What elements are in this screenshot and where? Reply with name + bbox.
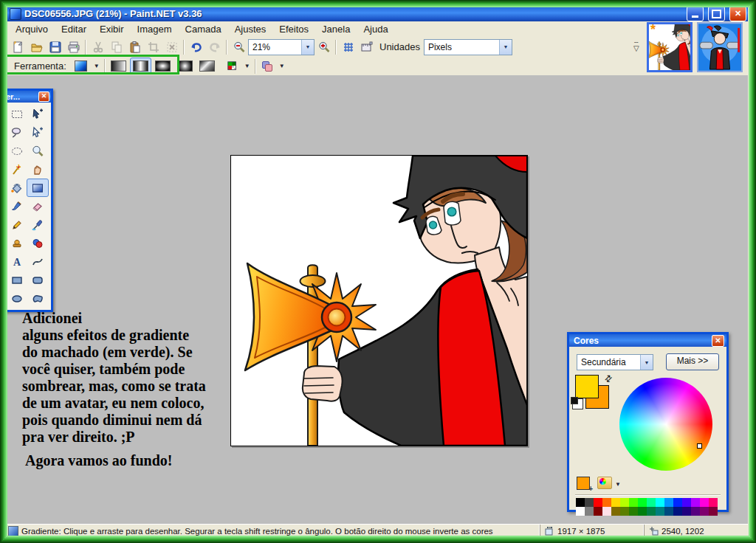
rectangle-select-tool[interactable] bbox=[6, 105, 28, 123]
paint-bucket-tool[interactable] bbox=[6, 179, 28, 197]
menu-efeitos[interactable]: Efeitos bbox=[272, 22, 315, 36]
close-icon[interactable]: ✕ bbox=[38, 91, 49, 102]
palette-swatch[interactable] bbox=[673, 498, 682, 507]
lasso-select-tool[interactable] bbox=[6, 123, 28, 142]
zoom-level-combo[interactable]: 21% ▼ bbox=[248, 39, 315, 55]
palette-swatch[interactable] bbox=[647, 498, 656, 507]
reset-colors-icon[interactable] bbox=[572, 398, 583, 409]
pan-tool[interactable] bbox=[27, 160, 49, 179]
rectangle-tool[interactable] bbox=[6, 271, 28, 289]
color-picker-tool[interactable] bbox=[27, 215, 49, 234]
ellipse-select-tool[interactable] bbox=[6, 142, 28, 160]
units-combo[interactable]: Pixels ▼ bbox=[424, 39, 512, 55]
palette-swatch[interactable] bbox=[638, 498, 647, 507]
ruler-toggle-button[interactable] bbox=[357, 39, 376, 55]
blend-mode-button[interactable] bbox=[258, 58, 277, 75]
zoom-tool[interactable] bbox=[27, 142, 49, 160]
minimize-button[interactable] bbox=[687, 6, 704, 21]
menu-janela[interactable]: Janela bbox=[315, 22, 357, 36]
close-button[interactable]: ✕ bbox=[729, 6, 746, 21]
swap-colors-icon[interactable]: ⇄ bbox=[602, 372, 615, 384]
pencil-tool[interactable] bbox=[6, 215, 28, 234]
more-button[interactable]: Mais >> bbox=[666, 353, 719, 370]
color-target-combo[interactable]: Secundária ▼ bbox=[577, 354, 653, 370]
menu-exibir[interactable]: Exibir bbox=[93, 22, 131, 36]
palette-swatch[interactable] bbox=[700, 498, 709, 507]
document-canvas[interactable] bbox=[230, 155, 528, 446]
zoom-out-button[interactable] bbox=[230, 39, 248, 55]
palette-swatch[interactable] bbox=[656, 507, 664, 516]
colors-window[interactable]: Cores ✕ Secundária ▼ Mais >> ⇄ + ▼ bbox=[567, 332, 729, 512]
primary-color-swatch[interactable] bbox=[575, 375, 599, 398]
palette-swatch[interactable] bbox=[673, 507, 682, 516]
move-pixels-tool[interactable] bbox=[27, 105, 49, 123]
zoom-in-button[interactable] bbox=[315, 39, 333, 55]
open-button[interactable] bbox=[27, 39, 46, 55]
eraser-tool[interactable] bbox=[27, 197, 49, 215]
palette-swatch[interactable] bbox=[700, 507, 709, 516]
chevron-down-icon[interactable]: ▼ bbox=[94, 63, 100, 69]
palette-swatch[interactable] bbox=[576, 498, 585, 507]
palette-swatch[interactable] bbox=[629, 507, 638, 516]
gradient-type-linear[interactable] bbox=[108, 58, 129, 75]
recolor-tool[interactable] bbox=[27, 234, 49, 252]
tools-window-titlebar[interactable]: er... ✕ bbox=[6, 91, 51, 103]
menu-editar[interactable]: Editar bbox=[55, 22, 93, 36]
image-tab-current[interactable]: * bbox=[647, 22, 693, 72]
copy-button[interactable] bbox=[107, 39, 126, 55]
menu-arquivo[interactable]: Arquivo bbox=[9, 22, 55, 36]
menu-imagem[interactable]: Imagem bbox=[131, 22, 179, 36]
redo-button[interactable] bbox=[205, 39, 224, 55]
colors-window-titlebar[interactable]: Cores ✕ bbox=[569, 334, 726, 347]
cut-button[interactable] bbox=[89, 39, 107, 55]
palette-swatch[interactable] bbox=[594, 507, 602, 516]
title-bar[interactable]: DSC06556.JPG (21%) - Paint.NET v3.36 ✕ bbox=[6, 6, 748, 21]
palette-swatch[interactable] bbox=[647, 507, 656, 516]
palette-swatch[interactable] bbox=[629, 498, 638, 507]
chevron-down-icon[interactable]: ▼ bbox=[301, 40, 314, 55]
palette-swatch[interactable] bbox=[585, 507, 594, 516]
close-icon[interactable]: ✕ bbox=[712, 335, 724, 347]
toolbar-overflow-icon[interactable]: ┄▽ bbox=[633, 40, 639, 52]
chevron-down-icon[interactable]: ▼ bbox=[279, 63, 285, 69]
gradient-tool[interactable] bbox=[27, 179, 49, 197]
palette-swatch[interactable] bbox=[656, 498, 664, 507]
gradient-type-linear-reflected[interactable] bbox=[130, 58, 151, 75]
magic-wand-tool[interactable] bbox=[6, 160, 28, 179]
grid-toggle-button[interactable] bbox=[339, 39, 357, 55]
active-tool-button[interactable] bbox=[70, 58, 92, 75]
palette-swatch[interactable] bbox=[664, 507, 673, 516]
palette-swatch[interactable] bbox=[682, 498, 691, 507]
print-button[interactable] bbox=[64, 39, 83, 55]
gradient-type-radial[interactable] bbox=[174, 58, 196, 75]
freeform-shape-tool[interactable] bbox=[27, 289, 49, 308]
palette-swatch[interactable] bbox=[594, 498, 602, 507]
palette-swatch[interactable] bbox=[620, 498, 629, 507]
palette-swatch[interactable] bbox=[620, 507, 629, 516]
palette-swatch[interactable] bbox=[709, 507, 718, 516]
image-tab-other[interactable] bbox=[697, 22, 743, 72]
add-color-button[interactable]: + bbox=[577, 477, 590, 490]
palette-swatch[interactable] bbox=[611, 498, 620, 507]
gradient-type-diamond[interactable] bbox=[152, 58, 173, 75]
menu-ajuda[interactable]: Ajuda bbox=[357, 22, 394, 36]
palette-swatch[interactable] bbox=[664, 498, 673, 507]
deselect-button[interactable] bbox=[162, 39, 181, 55]
paste-button[interactable] bbox=[126, 39, 144, 55]
menu-camada[interactable]: Camada bbox=[179, 22, 228, 36]
clone-stamp-tool[interactable] bbox=[6, 234, 28, 252]
maximize-button[interactable] bbox=[708, 6, 725, 21]
tools-window[interactable]: er... ✕ A bbox=[6, 89, 53, 312]
chevron-down-icon[interactable]: ▼ bbox=[499, 40, 512, 55]
palette-swatch[interactable] bbox=[602, 507, 611, 516]
line-curve-tool[interactable] bbox=[27, 252, 49, 271]
palette-swatch[interactable] bbox=[691, 507, 700, 516]
paintbrush-tool[interactable] bbox=[6, 197, 28, 215]
text-tool[interactable]: A bbox=[6, 252, 28, 271]
color-wheel-marker[interactable] bbox=[697, 443, 702, 449]
palette-swatch[interactable] bbox=[585, 498, 594, 507]
palette-swatch[interactable] bbox=[709, 498, 718, 507]
palette-swatch[interactable] bbox=[682, 507, 691, 516]
gradient-color-mode-button[interactable] bbox=[224, 58, 242, 75]
chevron-down-icon[interactable]: ▼ bbox=[640, 355, 653, 370]
